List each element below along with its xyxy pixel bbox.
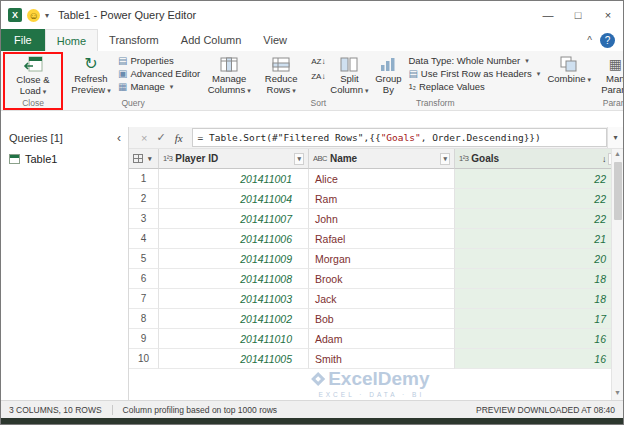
manage-columns-button[interactable]: Manage Columns▾ [204,53,254,96]
sort-descending-button[interactable]: ZA↓ [310,71,326,83]
excel-app-icon: X [8,8,22,22]
row-number: 8 [129,309,159,329]
sort-ascending-button[interactable]: AZ↓ [310,56,326,68]
column-header-player-id[interactable]: 1²3 Player ID ▾ [159,149,309,169]
formula-input[interactable]: = Table.Sort(#"Filtered Rows",{{"Goals",… [192,128,607,147]
cell-player-id: 201411006 [159,229,309,249]
smiley-feedback-icon[interactable]: ☺ [27,9,40,22]
maximize-button[interactable]: □ [563,1,593,29]
queries-panel-title: Queries [1] [9,132,63,144]
whole-number-type-icon: 1²3 [163,154,172,163]
formula-cancel-icon[interactable]: × [141,132,147,144]
select-all-corner[interactable]: ▾ [129,149,159,169]
manage-parameters-button[interactable]: ▦ Man Param [598,53,623,95]
close-group-red-callout: Close & Load▾ Close [3,52,63,110]
scrollbar-thumb[interactable] [614,162,622,220]
manage-columns-icon [220,54,238,74]
advanced-editor-button[interactable]: ▣ Advanced Editor [118,68,200,79]
fx-icon[interactable]: fx [175,132,183,144]
close-group-label: Close [22,97,44,110]
tab-transform[interactable]: Transform [98,29,170,51]
scroll-up-icon[interactable]: ▲ [614,149,621,161]
cell-goals: 20 [455,249,623,269]
data-type-button[interactable]: Data Type: Whole Number ▾ [408,55,540,66]
tab-file[interactable]: File [1,29,45,51]
vertical-scrollbar[interactable]: ▲ ▼ [611,149,623,400]
combine-group: Combine▾ [542,52,596,110]
combine-button[interactable]: Combine▾ [544,53,594,86]
dropdown-caret-icon: ▾ [292,87,296,94]
reduce-rows-button[interactable]: Reduce Rows▾ [256,53,306,96]
column-header-name[interactable]: ABC Name ▾ [309,149,455,169]
help-button[interactable]: ? [600,33,615,48]
cell-player-id: 201411003 [159,289,309,309]
cell-name: Smith [309,349,455,369]
refresh-icon: ↻ [84,54,97,74]
tab-add-column[interactable]: Add Column [170,29,253,51]
row-number: 6 [129,269,159,289]
cell-player-id: 201411002 [159,309,309,329]
window-title: Table1 - Power Query Editor [58,9,196,21]
table-row: 6 201411008 Brook 18 [129,269,623,289]
window-bottom-edge [1,418,623,424]
query-item-table1[interactable]: Table1 [1,151,128,167]
properties-button[interactable]: ▤ Properties [118,55,200,66]
group-by-icon [380,54,396,74]
cell-player-id: 201411001 [159,169,309,189]
column-header-goals[interactable]: 1²3 Goals ↓ ▾ [455,149,623,169]
filter-dropdown-icon[interactable]: ▾ [440,153,450,165]
cell-goals: 22 [455,209,623,229]
dropdown-caret-icon: ▾ [525,57,529,65]
use-first-row-as-headers-button[interactable]: ▤ Use First Row as Headers ▾ [408,68,540,79]
grid-body: 1 201411001 Alice 22 2 201411004 Ram 22 … [129,169,623,369]
tab-view[interactable]: View [252,29,298,51]
status-profiling[interactable]: Column profiling based on top 1000 rows [123,405,278,415]
text-type-icon: ABC [313,154,327,163]
split-column-icon [340,54,358,74]
cell-goals: 18 [455,289,623,309]
group-by-button[interactable]: Group By [370,53,406,95]
ribbon-home: Close & Load▾ Close ↻ Refresh Preview▾ ▤ [1,51,623,111]
collapse-pane-icon[interactable]: ‹ [117,131,121,145]
sort-group-label: Sort [310,97,326,110]
close-and-load-button[interactable]: Close & Load▾ [8,54,58,97]
combine-icon [560,54,578,74]
filter-dropdown-icon[interactable]: ▾ [294,153,304,165]
split-column-button[interactable]: Split Column▾ [330,53,368,96]
cell-goals: 21 [455,229,623,249]
table-row: 5 201411009 Morgan 20 [129,249,623,269]
cell-name: Brook [309,269,455,289]
parameters-group-label: Param [603,97,623,110]
refresh-line2: Preview▾ [71,85,110,97]
row-number: 9 [129,329,159,349]
table-row: 1 201411001 Alice 22 [129,169,623,189]
expand-formula-bar-icon[interactable]: ▾ [607,127,623,148]
cell-player-id: 201411008 [159,269,309,289]
columns-rows-group: Manage Columns▾ Reduce Rows▾ [202,52,308,110]
cell-name: Morgan [309,249,455,269]
ribbon-content-gap [1,111,623,127]
cell-name: Bob [309,309,455,329]
minimize-button[interactable]: — [533,1,563,29]
quick-access-caret-icon[interactable]: ▾ [45,11,49,20]
cell-name: Adam [309,329,455,349]
formula-commit-icon[interactable]: ✓ [156,131,165,144]
close-button[interactable]: × [593,1,623,29]
status-bar: 3 COLUMNS, 10 ROWS Column profiling base… [1,400,623,418]
row-number: 2 [129,189,159,209]
cell-name: Alice [309,169,455,189]
row-number: 3 [129,209,159,229]
collapse-ribbon-icon[interactable]: ^ [587,35,592,46]
scroll-down-icon[interactable]: ▼ [614,388,621,400]
dropdown-caret-icon: ▾ [588,76,592,83]
dropdown-caret-icon: ▾ [43,88,47,95]
cell-player-id: 201411007 [159,209,309,229]
grid-header-row: ▾ 1²3 Player ID ▾ ABC Name ▾ 1²3 Goals [129,149,623,169]
tab-home[interactable]: Home [45,29,98,51]
manage-button[interactable]: ▦ Manage ▾ [118,81,200,92]
replace-values-button[interactable]: 1₂ Replace Values [408,81,540,92]
refresh-preview-button[interactable]: ↻ Refresh Preview▾ [66,53,116,96]
dropdown-caret-icon: ▾ [148,155,152,163]
advanced-editor-icon: ▣ [118,68,127,79]
exceldemy-watermark: ExcelDemy EXCEL · DATA · BI [313,368,429,398]
